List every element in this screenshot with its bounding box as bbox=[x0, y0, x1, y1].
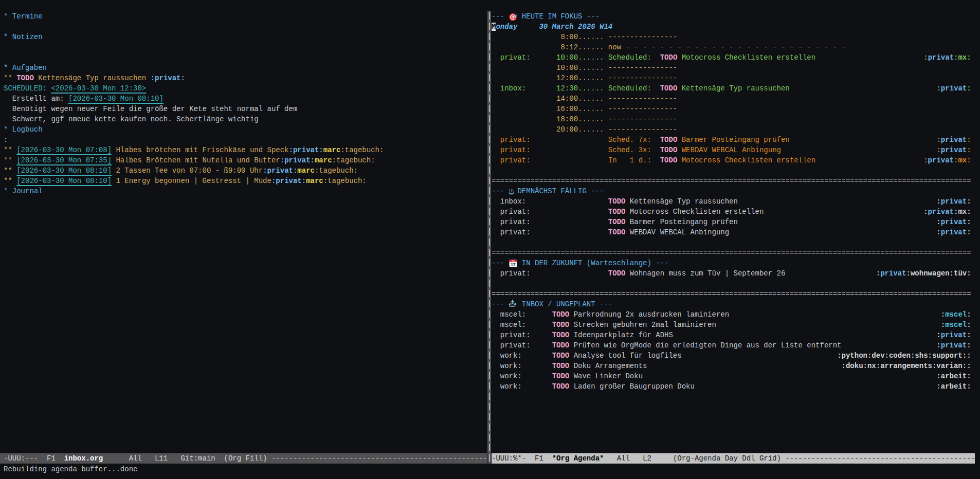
svg-text:17: 17 bbox=[511, 262, 516, 267]
